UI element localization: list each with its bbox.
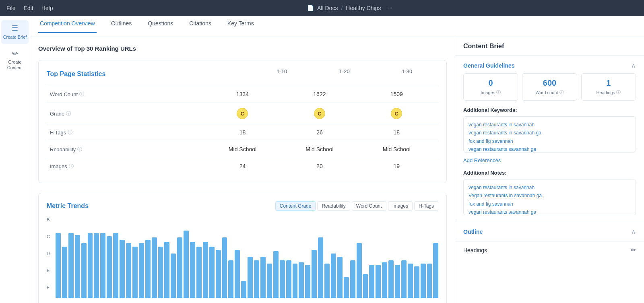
grade-1-20: C xyxy=(281,108,358,119)
chart-bar-9 xyxy=(113,233,118,298)
word-count-1-20: 1622 xyxy=(281,91,358,98)
additional-keywords-label: Additional Keywords: xyxy=(455,107,644,116)
doc-icon: 📄 xyxy=(307,5,314,11)
chart-bar-39 xyxy=(305,265,310,298)
keyword-3: fox and fig savannah xyxy=(469,137,631,145)
general-guidelines-title: General Guidelines xyxy=(463,62,631,69)
grade-1-30: C xyxy=(358,108,435,119)
chart-bar-7 xyxy=(100,233,105,298)
col-header-1-10: 1-10 xyxy=(277,68,287,79)
chart-bar-34 xyxy=(273,251,279,298)
readability-1-30: Mid School xyxy=(358,146,435,153)
chart-bar-37 xyxy=(293,264,298,298)
grade-1-10: C xyxy=(204,108,281,119)
tab-competition-overview[interactable]: Competition Overview xyxy=(38,20,97,33)
grade-info-icon[interactable]: ⓘ xyxy=(66,110,71,117)
filter-h-tags[interactable]: H-Tags xyxy=(414,201,438,211)
readability-info-icon[interactable]: ⓘ xyxy=(77,146,82,153)
main-with-panel: Overview of Top 30 Ranking URLs Top Page… xyxy=(30,37,644,303)
h-tags-1-10: 18 xyxy=(204,129,281,136)
filter-images[interactable]: Images xyxy=(388,201,413,211)
sidebar-item-create-content[interactable]: ✏ Create Content xyxy=(1,45,29,74)
word-count-guideline-info-icon[interactable]: ⓘ xyxy=(559,89,564,95)
keyword-4: vegan restaurants savannah ga xyxy=(469,145,631,153)
chart-bar-40 xyxy=(312,250,317,298)
chart-bar-57 xyxy=(421,264,426,298)
y-label-d: D xyxy=(47,251,53,256)
row-grade: Grade ⓘ C C C xyxy=(47,103,438,124)
chart-bar-4 xyxy=(81,243,87,298)
filter-word-count[interactable]: Word Count xyxy=(352,201,386,211)
trends-card: Metric Trends Content Grade Readability … xyxy=(38,193,447,303)
outline-headings-row: Headings ✏ xyxy=(455,241,644,259)
word-count-info-icon[interactable]: ⓘ xyxy=(79,91,84,98)
keywords-box: vegan restaurants in savannah vegan rest… xyxy=(463,116,636,153)
guideline-word-count-value: 600 xyxy=(543,78,556,88)
word-count-1-30: 1509 xyxy=(358,91,435,98)
right-panel-scroll[interactable]: General Guidelines ∧ 0 Images ⓘ 600 xyxy=(455,56,644,303)
main-scroll[interactable]: Overview of Top 30 Ranking URLs Top Page… xyxy=(30,37,455,303)
note-4: vegan restaurants savannah ga xyxy=(469,208,631,215)
sidebar-item-create-brief[interactable]: ☰ Create Brief xyxy=(1,20,29,44)
sidebar: ☰ Create Brief ✏ Create Content xyxy=(0,16,30,303)
note-1: vegan restaurants in savannah xyxy=(469,183,631,192)
guideline-word-count: 600 Word count ⓘ xyxy=(522,73,577,101)
y-label-f: F xyxy=(47,285,53,290)
chart-bar-22 xyxy=(196,247,202,298)
guideline-headings-value: 1 xyxy=(606,78,611,88)
menu-file[interactable]: File xyxy=(6,5,16,11)
h-tags-1-30: 18 xyxy=(358,129,435,136)
chart-bar-47 xyxy=(357,243,362,298)
add-references-link[interactable]: Add References xyxy=(455,157,644,170)
chart-bar-18 xyxy=(171,254,176,298)
note-2: Vegan restaurants in savannah ga xyxy=(469,192,631,200)
trends-filters: Content Grade Readability Word Count Ima… xyxy=(275,201,438,211)
outline-collapse-icon[interactable]: ∧ xyxy=(631,228,636,235)
chart-bar-2 xyxy=(68,233,74,298)
images-1-10: 24 xyxy=(204,163,281,170)
chart-bar-35 xyxy=(280,260,285,298)
breadcrumb-all-docs[interactable]: All Docs xyxy=(317,5,338,11)
readability-label: Readability ⓘ xyxy=(50,146,204,153)
images-guideline-info-icon[interactable]: ⓘ xyxy=(496,89,501,95)
chart-bar-8 xyxy=(107,236,112,298)
menu-edit[interactable]: Edit xyxy=(24,5,33,11)
word-count-label: Word Count ⓘ xyxy=(50,91,204,98)
tab-outlines[interactable]: Outlines xyxy=(109,20,133,33)
y-label-c: C xyxy=(47,234,53,239)
chart-bar-29 xyxy=(241,281,246,298)
h-tags-info-icon[interactable]: ⓘ xyxy=(68,129,72,136)
guideline-word-count-label: Word count ⓘ xyxy=(535,89,564,95)
h-tags-1-20: 26 xyxy=(281,129,358,136)
outline-title: Outline xyxy=(463,229,631,235)
filter-readability[interactable]: Readability xyxy=(317,201,350,211)
chart-bar-21 xyxy=(190,242,195,298)
menu-help[interactable]: Help xyxy=(41,5,53,11)
general-guidelines-collapse-icon[interactable]: ∧ xyxy=(631,62,636,69)
tabs: Competition Overview Outlines Questions … xyxy=(30,16,644,37)
chart-bar-31 xyxy=(254,260,259,298)
note-3: fox and fig savannah xyxy=(469,200,631,208)
chart-bar-49 xyxy=(369,265,374,298)
row-readability: Readability ⓘ Mid School Mid School Mid … xyxy=(47,141,438,158)
chart-bar-14 xyxy=(145,240,151,298)
guideline-images-label: Images ⓘ xyxy=(481,89,501,95)
chart-bar-24 xyxy=(209,247,215,298)
share-icon[interactable]: ⋯ xyxy=(387,5,393,11)
grade-badge-1-30: C xyxy=(391,108,402,119)
word-count-1-10: 1334 xyxy=(204,91,281,98)
col-header-1-30: 1-30 xyxy=(402,68,412,79)
chart-bar-32 xyxy=(260,257,266,298)
tab-citations[interactable]: Citations xyxy=(188,20,213,33)
tab-questions[interactable]: Questions xyxy=(146,20,175,33)
chart-bar-26 xyxy=(222,237,227,298)
images-label: Images ⓘ xyxy=(50,163,204,170)
headings-guideline-info-icon[interactable]: ⓘ xyxy=(616,89,621,95)
outline-headings-edit-icon[interactable]: ✏ xyxy=(631,246,636,254)
images-1-20: 20 xyxy=(281,163,358,170)
tab-key-terms[interactable]: Key Terms xyxy=(226,20,256,33)
filter-content-grade[interactable]: Content Grade xyxy=(275,201,316,211)
chart-bar-25 xyxy=(216,250,221,298)
outline-headings-label: Headings xyxy=(463,247,631,254)
images-info-icon[interactable]: ⓘ xyxy=(69,163,74,170)
